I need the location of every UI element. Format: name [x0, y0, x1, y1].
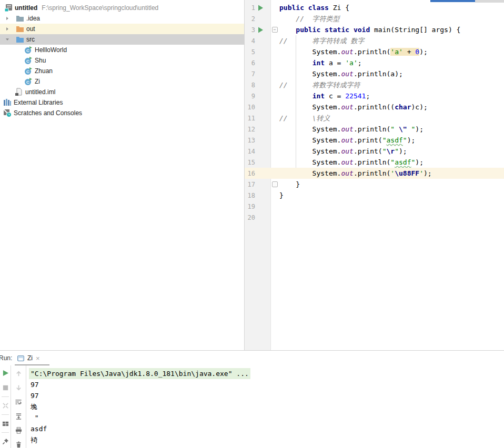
code-text[interactable]: System.out.println((char)c); [278, 101, 504, 113]
code-text[interactable]: System.out.println('a' + 0); [278, 46, 504, 57]
code-line-1[interactable]: 1public class Zi { [245, 2, 504, 13]
run-tool-window[interactable]: Run: Zi × "C:\Program Files\Java\jdk1.8.… [0, 350, 504, 448]
code-lines[interactable]: 1public class Zi {2 // 字符类型3− public sta… [245, 2, 504, 223]
tree-item-untitled-iml[interactable]: untitled.iml [0, 87, 244, 97]
tree-item-external-libraries[interactable]: External Libraries [0, 97, 244, 108]
layout-button[interactable] [1, 419, 9, 427]
console-output-line-6: asdf [31, 423, 504, 434]
rerun-button[interactable] [1, 369, 9, 377]
tree-item-scratches-and-consoles[interactable]: Scratches and Consoles [0, 108, 244, 118]
console-output-line-7: 裿 [31, 434, 504, 445]
code-line-19[interactable]: 19 [245, 201, 504, 212]
console-tab-icon [17, 354, 25, 362]
code-text[interactable]: System.out.print("asdf"); [278, 135, 504, 146]
line-number: 8 [245, 82, 257, 89]
console-output-line-4: 堍 [31, 401, 504, 412]
code-text[interactable]: // 将数字转成字符 [278, 79, 504, 90]
code-text[interactable]: public class Zi { [278, 2, 504, 13]
code-text[interactable]: } [278, 190, 504, 201]
code-line-16[interactable]: 16 System.out.println('\u88FF'); [245, 168, 504, 179]
folder-out-icon [16, 25, 24, 33]
line-number: 9 [245, 93, 257, 100]
pin-tab-button[interactable] [1, 437, 9, 445]
class-icon: C [24, 46, 33, 54]
code-text[interactable]: System.out.print("\r"); [278, 146, 504, 157]
code-line-2[interactable]: 2 // 字符类型 [245, 13, 504, 24]
code-line-9[interactable]: 9 int c = 22541; [245, 90, 504, 101]
code-line-14[interactable]: 14 System.out.print("\r"); [245, 146, 504, 157]
tree-item-label: out [26, 24, 35, 34]
code-text[interactable]: System.out.println('\u88FF'); [278, 168, 504, 179]
tree-item-label: untitled [15, 3, 37, 13]
code-line-18[interactable]: 18} [245, 190, 504, 201]
toolbar-separator [2, 414, 9, 415]
console-output[interactable]: "C:\Program Files\Java\jdk1.8.0_181\bin\… [26, 365, 504, 448]
tree-item-src[interactable]: src [0, 34, 244, 45]
code-text[interactable]: // 字符类型 [278, 13, 504, 24]
svg-text:C: C [26, 80, 29, 85]
line-number: 1 [245, 4, 257, 12]
line-number: 4 [245, 37, 257, 45]
code-text[interactable]: } [278, 179, 504, 190]
tree-item--idea[interactable]: .idea [0, 13, 244, 24]
iml-icon [15, 88, 23, 96]
chevron-right-icon[interactable] [3, 14, 12, 23]
code-line-20[interactable]: 20 [245, 212, 504, 223]
tab-zi[interactable]: Zi × [15, 351, 43, 365]
tree-item-out[interactable]: out [0, 24, 244, 34]
code-text[interactable]: public static void main(String[] args) { [278, 24, 504, 35]
tree-item-untitled[interactable]: untitledF:\spring_WorkSpace\springcloud\… [0, 3, 244, 13]
code-line-3[interactable]: 3− public static void main(String[] args… [245, 24, 504, 35]
run-gutter-icon[interactable] [257, 5, 271, 11]
code-line-17[interactable]: 17 } [245, 179, 504, 190]
code-line-11[interactable]: 11// \转义 [245, 113, 504, 124]
code-text[interactable]: // 将字符转成 数字 [278, 35, 504, 46]
line-number: 17 [245, 181, 257, 188]
code-line-8[interactable]: 8// 将数字转成字符 [245, 79, 504, 90]
tab-close-icon[interactable]: × [36, 354, 40, 362]
clear-all-button[interactable] [14, 440, 23, 448]
code-line-15[interactable]: 15 System.out.println("asdf"); [245, 157, 504, 168]
scroll-to-end-button[interactable] [14, 412, 23, 420]
code-text[interactable]: int a = 'a'; [278, 57, 504, 68]
chevron-down-icon[interactable] [3, 35, 12, 44]
code-text[interactable]: System.out.println(a); [278, 68, 504, 79]
code-text[interactable]: // \转义 [278, 113, 504, 124]
stop-button[interactable] [1, 383, 9, 392]
run-gutter-icon[interactable] [257, 27, 271, 33]
line-number: 7 [245, 70, 257, 78]
toolbar-separator [2, 396, 9, 397]
code-line-10[interactable]: 10 System.out.println((char)c); [245, 101, 504, 113]
print-button[interactable] [14, 426, 23, 434]
code-text[interactable]: int c = 22541; [278, 90, 504, 101]
fold-collapse-icon[interactable]: − [271, 27, 278, 33]
code-editor[interactable]: 1public class Zi {2 // 字符类型3− public sta… [245, 0, 504, 350]
code-line-4[interactable]: 4// 将字符转成 数字 [245, 35, 504, 46]
down-stack-trace-button[interactable] [14, 384, 23, 392]
console-output-line-2: 97 [31, 379, 504, 390]
tree-item-label: Zhuan [35, 66, 53, 76]
code-text[interactable]: System.out.println(" \" "); [278, 124, 504, 135]
code-line-5[interactable]: 5 System.out.println('a' + 0); [245, 46, 504, 57]
soft-wrap-button[interactable] [14, 398, 23, 406]
tree-item-label: .idea [26, 13, 40, 24]
code-line-7[interactable]: 7 System.out.println(a); [245, 68, 504, 79]
code-line-13[interactable]: 13 System.out.print("asdf"); [245, 135, 504, 146]
restore-layout-button[interactable] [1, 401, 9, 410]
tree-item-shu[interactable]: CShu [0, 55, 244, 66]
up-stack-trace-button[interactable] [14, 370, 23, 378]
tree-item-label: src [26, 34, 35, 45]
line-number: 10 [245, 104, 257, 111]
tree-item-hellloworld[interactable]: CHellloWorld [0, 45, 244, 55]
code-text[interactable]: System.out.println("asdf"); [278, 157, 504, 168]
tree-item-zi[interactable]: CZi [0, 76, 244, 87]
console-output-line-1: "C:\Program Files\Java\jdk1.8.0_181\bin\… [31, 368, 504, 379]
run-tab-bar: Run: Zi × [0, 351, 504, 365]
chevron-right-icon[interactable] [3, 25, 12, 33]
command-line-text: "C:\Program Files\Java\jdk1.8.0_181\bin\… [29, 368, 250, 379]
project-tree-panel[interactable]: untitledF:\spring_WorkSpace\springcloud\… [0, 0, 244, 350]
code-line-6[interactable]: 6 int a = 'a'; [245, 57, 504, 68]
fold-end-icon[interactable] [271, 181, 278, 187]
code-line-12[interactable]: 12 System.out.println(" \" "); [245, 124, 504, 135]
tree-item-zhuan[interactable]: CZhuan [0, 66, 244, 76]
